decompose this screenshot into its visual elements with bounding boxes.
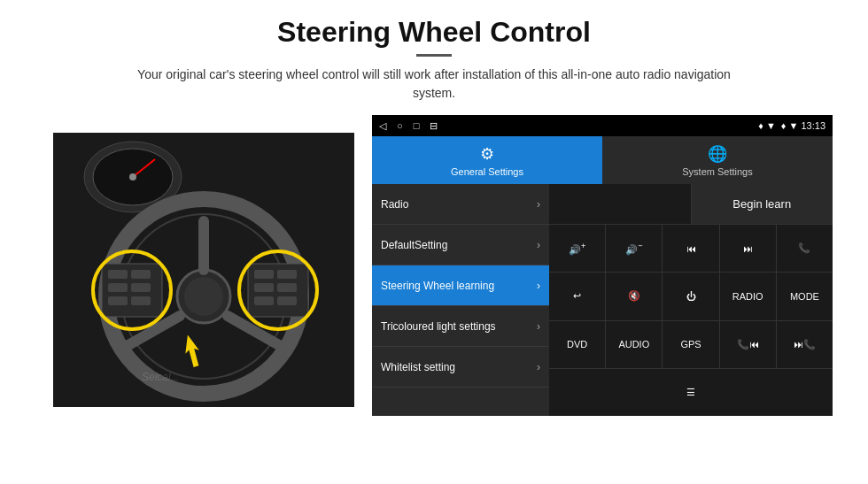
svg-rect-16 — [131, 283, 151, 292]
mute-icon: 🔇 — [628, 290, 640, 302]
vol-down-button[interactable]: 🔊− — [606, 225, 663, 272]
menu-item-steering[interactable]: Steering Wheel learning › — [372, 265, 549, 306]
svg-rect-21 — [277, 270, 297, 279]
nav-icons: ◁ ○ □ ⊟ — [379, 120, 438, 132]
signal-icon: ♦ ▼ — [758, 120, 776, 131]
svg-rect-23 — [277, 283, 297, 292]
tab-general-settings[interactable]: ⚙ General Settings — [372, 136, 602, 184]
call-button[interactable]: 📞 — [777, 225, 833, 272]
call-prev-button[interactable]: 📞⏮ — [720, 321, 777, 368]
menu-item-tricolour[interactable]: Tricoloured light settings › — [372, 306, 549, 347]
page-subtitle: Your original car's steering wheel contr… — [124, 65, 744, 103]
time-display: ♦ ▼ 13:13 — [781, 120, 825, 131]
controls-grid: 🔊+ 🔊− ⏮ ⏭ 📞 — [549, 225, 833, 416]
begin-learn-button[interactable]: Begin learn — [692, 184, 833, 224]
tab-general-label: General Settings — [451, 166, 523, 177]
mode-button[interactable]: MODE — [777, 273, 833, 319]
screen-icon[interactable]: ⊟ — [430, 120, 438, 132]
hangup-button[interactable]: ↩ — [549, 273, 606, 319]
svg-point-4 — [129, 173, 136, 181]
svg-rect-22 — [254, 283, 274, 292]
call-prev-icon: 📞⏮ — [737, 339, 759, 350]
power-icon: ⏻ — [686, 291, 696, 302]
page-title: Steering Wheel Control — [277, 16, 591, 49]
svg-rect-25 — [277, 296, 297, 305]
recents-icon[interactable]: □ — [414, 120, 420, 132]
controls-row-1: 🔊+ 🔊− ⏮ ⏭ 📞 — [549, 225, 833, 273]
vol-up-icon: 🔊+ — [569, 242, 585, 256]
home-icon[interactable]: ○ — [397, 120, 403, 132]
left-menu: Radio › DefaultSetting › Steering Wheel … — [372, 184, 549, 416]
menu-steering-label: Steering Wheel learning — [381, 280, 537, 292]
next-track-button[interactable]: ⏭ — [720, 225, 777, 272]
android-ui: ◁ ○ □ ⊟ ♦ ▼ ♦ ▼ 13:13 ⚙ General Settings… — [372, 115, 833, 416]
svg-point-8 — [184, 277, 223, 316]
gear-icon: ⚙ — [480, 144, 494, 164]
top-tabs: ⚙ General Settings 🌐 System Settings — [372, 136, 833, 184]
hangup-icon: ↩ — [573, 290, 581, 302]
menu-right-row: Radio › DefaultSetting › Steering Wheel … — [372, 184, 833, 416]
chevron-icon: › — [537, 320, 540, 333]
list-icon: ☰ — [686, 387, 695, 398]
status-right: ♦ ▼ ♦ ▼ 13:13 — [758, 120, 825, 131]
radio-label: RADIO — [732, 291, 763, 302]
menu-default-label: DefaultSetting — [381, 239, 537, 251]
call-next-icon: ⏭📞 — [794, 339, 816, 350]
svg-text:Seical...: Seical... — [142, 371, 180, 383]
list-button[interactable]: ☰ — [549, 369, 833, 416]
title-divider — [416, 54, 452, 57]
audio-button[interactable]: AUDIO — [606, 321, 663, 368]
prev-icon: ⏮ — [686, 243, 696, 254]
right-panel: Begin learn 🔊+ 🔊− — [549, 184, 833, 416]
vol-down-icon: 🔊− — [625, 242, 642, 256]
power-button[interactable]: ⏻ — [663, 273, 719, 319]
right-top-row: Begin learn — [549, 184, 833, 225]
svg-rect-17 — [108, 296, 128, 305]
controls-row-4: ☰ — [549, 369, 833, 416]
controls-row-2: ↩ 🔇 ⏻ RADIO MOD — [549, 273, 833, 320]
menu-item-radio[interactable]: Radio › — [372, 184, 549, 225]
svg-rect-20 — [254, 270, 274, 279]
menu-item-default[interactable]: DefaultSetting › — [372, 225, 549, 265]
dvd-label: DVD — [567, 339, 587, 350]
svg-rect-24 — [254, 296, 274, 305]
svg-rect-15 — [108, 283, 128, 292]
chevron-icon: › — [537, 239, 540, 251]
svg-rect-18 — [131, 296, 151, 305]
audio-label: AUDIO — [618, 339, 649, 350]
status-bar: ◁ ○ □ ⊟ ♦ ▼ ♦ ▼ 13:13 — [372, 115, 833, 136]
dvd-button[interactable]: DVD — [549, 321, 606, 368]
vol-up-button[interactable]: 🔊+ — [549, 225, 606, 272]
mute-button[interactable]: 🔇 — [606, 273, 663, 319]
menu-item-whitelist[interactable]: Whitelist setting › — [372, 347, 549, 388]
mode-label: MODE — [790, 291, 819, 302]
menu-radio-label: Radio — [381, 198, 537, 211]
phone-icon: 📞 — [798, 242, 810, 254]
chevron-icon: › — [537, 280, 540, 292]
tab-system-settings[interactable]: 🌐 System Settings — [602, 136, 833, 184]
globe-icon: 🌐 — [708, 144, 727, 164]
back-icon[interactable]: ◁ — [379, 120, 386, 132]
chevron-icon: › — [537, 361, 540, 373]
car-image: Seical... — [35, 115, 372, 416]
controls-row-3: DVD AUDIO GPS 📞⏮ — [549, 321, 833, 369]
right-top-empty — [549, 184, 692, 224]
tab-system-label: System Settings — [682, 166, 752, 177]
gps-label: GPS — [680, 339, 701, 350]
call-next-button[interactable]: ⏭📞 — [777, 321, 833, 368]
menu-whitelist-label: Whitelist setting — [381, 361, 537, 373]
radio-button[interactable]: RADIO — [720, 273, 777, 319]
svg-rect-14 — [131, 270, 151, 279]
svg-rect-13 — [108, 270, 128, 279]
chevron-icon: › — [537, 198, 540, 211]
menu-tricolour-label: Tricoloured light settings — [381, 320, 537, 333]
gps-button[interactable]: GPS — [663, 321, 719, 368]
next-icon: ⏭ — [743, 243, 753, 254]
prev-track-button[interactable]: ⏮ — [663, 225, 719, 272]
